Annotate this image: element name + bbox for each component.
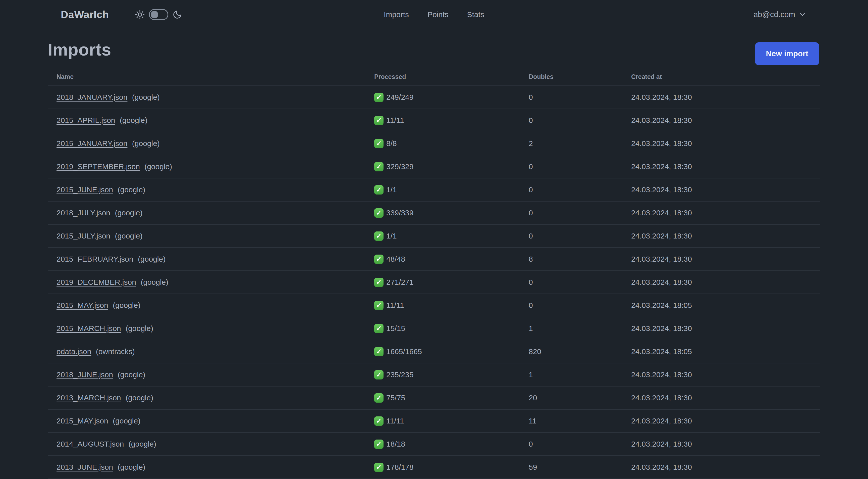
theme-toggle-group <box>135 9 182 20</box>
doubles-count: 0 <box>529 301 631 310</box>
import-source-label: (google) <box>118 185 145 194</box>
import-source-label: (owntracks) <box>96 347 135 356</box>
table-row: 2015_JUNE.json (google) ✓ 1/1 0 24.03.20… <box>48 178 820 201</box>
processed-cell: ✓ 1/1 <box>374 232 529 241</box>
import-file-link[interactable]: 2018_JUNE.json <box>57 370 113 379</box>
success-check-icon: ✓ <box>374 185 383 194</box>
import-file-link[interactable]: 2019_SEPTEMBER.json <box>57 162 140 171</box>
processed-count: 48/48 <box>386 255 405 263</box>
import-source-label: (google) <box>118 370 145 379</box>
import-source-label: (google) <box>132 93 160 101</box>
success-check-icon: ✓ <box>374 393 383 402</box>
nav-link-stats[interactable]: Stats <box>467 10 484 19</box>
success-check-icon: ✓ <box>374 139 383 148</box>
import-source-label: (google) <box>115 209 143 217</box>
table-row: 2015_FEBRUARY.json (google) ✓ 48/48 8 24… <box>48 247 820 270</box>
import-file-link[interactable]: 2018_JULY.json <box>57 209 110 217</box>
doubles-count: 11 <box>529 417 631 425</box>
processed-count: 11/11 <box>386 116 404 125</box>
import-file-link[interactable]: 2015_MAY.json <box>57 417 108 425</box>
import-file-link[interactable]: 2013_MARCH.json <box>57 394 121 402</box>
nav-link-points[interactable]: Points <box>428 10 448 19</box>
column-header-doubles: Doubles <box>529 73 631 81</box>
processed-cell: ✓ 11/11 <box>374 416 529 426</box>
import-file-link[interactable]: 2018_JANUARY.json <box>57 93 127 101</box>
processed-cell: ✓ 339/339 <box>374 208 529 218</box>
column-header-processed: Processed <box>374 73 529 81</box>
name-cell: 2019_DECEMBER.json (google) <box>48 278 374 287</box>
new-import-button[interactable]: New import <box>755 42 819 65</box>
import-file-link[interactable]: 2015_JULY.json <box>57 232 110 240</box>
doubles-count: 0 <box>529 209 631 217</box>
processed-count: 178/178 <box>386 463 413 472</box>
created-at: 24.03.2024, 18:30 <box>631 116 820 125</box>
processed-cell: ✓ 1/1 <box>374 185 529 194</box>
main-nav: Imports Points Stats <box>384 10 484 19</box>
processed-cell: ✓ 178/178 <box>374 463 529 472</box>
doubles-count: 0 <box>529 162 631 171</box>
created-at: 24.03.2024, 18:05 <box>631 301 820 310</box>
doubles-count: 0 <box>529 232 631 240</box>
page-title: Imports <box>48 40 111 59</box>
import-file-link[interactable]: 2015_JUNE.json <box>57 185 113 194</box>
import-file-link[interactable]: 2019_DECEMBER.json <box>57 278 136 286</box>
name-cell: 2018_JULY.json (google) <box>48 209 374 217</box>
table-row: 2015_MAY.json (google) ✓ 11/11 0 24.03.2… <box>48 294 820 317</box>
moon-icon <box>173 10 182 19</box>
table-row: 2018_JANUARY.json (google) ✓ 249/249 0 2… <box>48 85 820 109</box>
table-row: 2019_DECEMBER.json (google) ✓ 271/271 0 … <box>48 270 820 294</box>
table-row: 2015_MARCH.json (google) ✓ 15/15 1 24.03… <box>48 317 820 340</box>
import-file-link[interactable]: 2015_JANUARY.json <box>57 139 127 148</box>
success-check-icon: ✓ <box>374 278 383 287</box>
processed-cell: ✓ 329/329 <box>374 162 529 171</box>
import-source-label: (google) <box>120 116 148 124</box>
processed-count: 235/235 <box>386 370 413 379</box>
processed-count: 75/75 <box>386 394 405 402</box>
doubles-count: 0 <box>529 93 631 101</box>
name-cell: 2015_JANUARY.json (google) <box>48 139 374 148</box>
top-navbar: DaWarIch Imports Points Stats ab@cd.com <box>0 0 868 29</box>
import-file-link[interactable]: 2015_MARCH.json <box>57 324 121 332</box>
import-file-link[interactable]: 2015_MAY.json <box>57 301 108 309</box>
doubles-count: 20 <box>529 394 631 402</box>
import-file-link[interactable]: 2013_JUNE.json <box>57 463 113 471</box>
name-cell: 2015_MAY.json (google) <box>48 417 374 425</box>
app-logo[interactable]: DaWarIch <box>61 9 109 21</box>
doubles-count: 8 <box>529 255 631 263</box>
name-cell: 2014_AUGUST.json (google) <box>48 440 374 448</box>
import-file-link[interactable]: 2015_FEBRUARY.json <box>57 255 133 263</box>
created-at: 24.03.2024, 18:30 <box>631 463 820 472</box>
success-check-icon: ✓ <box>374 232 383 241</box>
processed-cell: ✓ 235/235 <box>374 370 529 380</box>
import-file-link[interactable]: 2015_APRIL.json <box>57 116 115 124</box>
table-row: 2015_JULY.json (google) ✓ 1/1 0 24.03.20… <box>48 224 820 247</box>
processed-cell: ✓ 1665/1665 <box>374 347 529 356</box>
table-row: 2015_JANUARY.json (google) ✓ 8/8 2 24.03… <box>48 132 820 155</box>
processed-count: 15/15 <box>386 324 405 333</box>
nav-link-imports[interactable]: Imports <box>384 10 409 19</box>
processed-cell: ✓ 271/271 <box>374 278 529 287</box>
name-cell: 2015_MARCH.json (google) <box>48 324 374 333</box>
sun-icon <box>135 10 145 19</box>
created-at: 24.03.2024, 18:30 <box>631 93 820 101</box>
import-file-link[interactable]: odata.json <box>57 347 91 356</box>
processed-cell: ✓ 11/11 <box>374 116 529 125</box>
import-source-label: (google) <box>129 440 156 448</box>
theme-toggle-switch[interactable] <box>149 9 168 20</box>
name-cell: 2015_FEBRUARY.json (google) <box>48 255 374 263</box>
user-menu[interactable]: ab@cd.com <box>753 10 806 19</box>
user-email: ab@cd.com <box>753 10 795 19</box>
processed-cell: ✓ 15/15 <box>374 324 529 333</box>
column-header-created-at: Created at <box>631 73 820 81</box>
doubles-count: 0 <box>529 278 631 287</box>
table-row: 2015_APRIL.json (google) ✓ 11/11 0 24.03… <box>48 109 820 132</box>
processed-cell: ✓ 11/11 <box>374 301 529 310</box>
processed-cell: ✓ 75/75 <box>374 393 529 402</box>
import-file-link[interactable]: 2014_AUGUST.json <box>57 440 124 448</box>
success-check-icon: ✓ <box>374 116 383 125</box>
doubles-count: 0 <box>529 185 631 194</box>
name-cell: 2018_JANUARY.json (google) <box>48 93 374 101</box>
processed-count: 1/1 <box>386 185 397 194</box>
table-row: odata.json (owntracks) ✓ 1665/1665 820 2… <box>48 340 820 363</box>
name-cell: odata.json (owntracks) <box>48 347 374 356</box>
